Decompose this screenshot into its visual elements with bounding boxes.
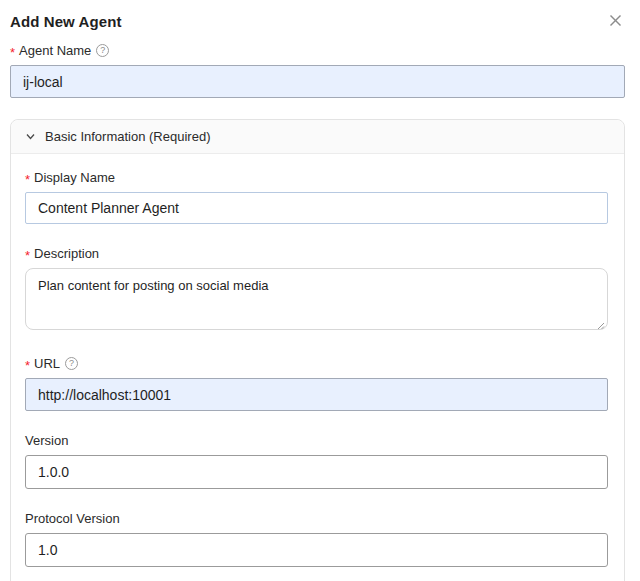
required-asterisk: * <box>10 46 15 59</box>
basic-information-body: * Display Name * Description Plan conten… <box>11 154 624 581</box>
basic-information-header[interactable]: Basic Information (Required) <box>11 120 624 154</box>
version-input[interactable] <box>25 455 608 489</box>
url-field-group: * URL ? <box>25 356 608 411</box>
close-icon <box>608 13 623 28</box>
display-name-field-group: * Display Name <box>25 170 608 224</box>
required-asterisk: * <box>25 359 30 372</box>
protocol-version-field-group: Protocol Version <box>25 511 608 567</box>
agent-name-input[interactable] <box>10 65 625 98</box>
url-label: * URL ? <box>25 356 608 371</box>
protocol-version-label: Protocol Version <box>25 511 608 526</box>
help-icon[interactable]: ? <box>96 44 109 57</box>
required-asterisk: * <box>25 173 30 186</box>
version-field-group: Version <box>25 433 608 489</box>
description-label: * Description <box>25 246 608 261</box>
url-input[interactable] <box>25 378 608 411</box>
display-name-label: * Display Name <box>25 170 608 185</box>
protocol-version-label-text: Protocol Version <box>25 511 120 526</box>
add-new-agent-modal: Add New Agent * Agent Name ? Basic <box>0 0 640 581</box>
version-label-text: Version <box>25 433 68 448</box>
description-field-group: * Description Plan content for posting o… <box>25 246 608 334</box>
modal-title: Add New Agent <box>10 13 122 30</box>
basic-information-panel: Basic Information (Required) * Display N… <box>10 119 625 581</box>
required-asterisk: * <box>25 249 30 262</box>
display-name-label-text: Display Name <box>34 170 115 185</box>
resize-handle-icon[interactable] <box>596 321 605 330</box>
agent-name-field-group: * Agent Name ? <box>10 43 625 98</box>
version-label: Version <box>25 433 608 448</box>
chevron-down-icon <box>25 131 36 142</box>
basic-information-title: Basic Information (Required) <box>45 129 210 144</box>
protocol-version-input[interactable] <box>25 533 608 567</box>
description-label-text: Description <box>34 246 99 261</box>
close-button[interactable] <box>606 11 625 30</box>
display-name-input[interactable] <box>25 192 608 224</box>
url-label-text: URL <box>34 356 60 371</box>
description-textarea[interactable]: Plan content for posting on social media <box>25 268 608 330</box>
help-icon[interactable]: ? <box>65 357 78 370</box>
agent-name-label-text: Agent Name <box>19 43 91 58</box>
modal-header: Add New Agent <box>10 13 625 30</box>
agent-name-label: * Agent Name ? <box>10 43 625 58</box>
